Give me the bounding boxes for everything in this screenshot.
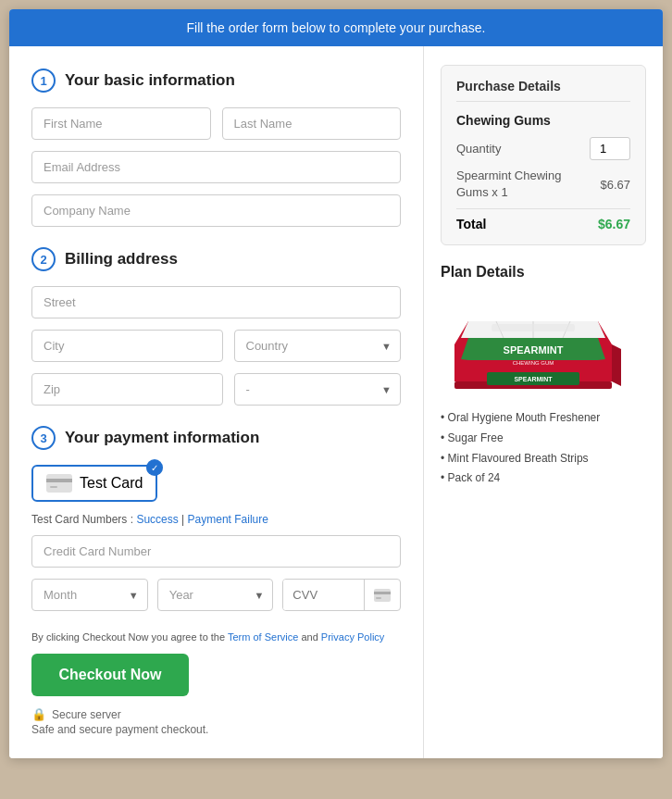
cvv-wrap xyxy=(282,579,401,611)
billing-title: 2 Billing address xyxy=(31,247,401,271)
gum-product-image: SPEARMINT CHEWING GUM SPEARMINT xyxy=(441,293,626,405)
zip-state-row: - ▼ xyxy=(31,373,401,406)
secure-tagline: Safe and secure payment checkout. xyxy=(31,723,401,736)
svg-text:SPEARMINT: SPEARMINT xyxy=(504,344,564,356)
state-select[interactable]: - xyxy=(234,373,402,406)
top-banner: Fill the order form below to complete yo… xyxy=(9,9,663,46)
secure-info: 🔒 Secure server Safe and secure payment … xyxy=(31,707,401,736)
cc-number-input[interactable] xyxy=(31,535,401,568)
last-name-input[interactable] xyxy=(222,107,402,140)
item-price: $6.67 xyxy=(600,178,630,192)
cvv-card-icon xyxy=(364,580,400,610)
cc-row xyxy=(31,535,401,568)
card-option[interactable]: Test Card ✓ xyxy=(31,465,157,502)
email-input[interactable] xyxy=(31,151,401,183)
country-select[interactable]: Country xyxy=(234,330,402,362)
plan-details-title: Plan Details xyxy=(441,264,646,281)
tos-link[interactable]: Term of Service xyxy=(228,631,298,643)
svg-marker-11 xyxy=(612,344,621,386)
plan-details: Plan Details SPEARMINT CHEWING GUM xyxy=(441,264,646,488)
billing-label: Billing address xyxy=(65,250,178,268)
cvv-input[interactable] xyxy=(283,580,364,610)
item-price-row: Spearmint Chewing Gums x 1 $6.67 xyxy=(456,168,630,201)
terms-and: and xyxy=(298,631,320,643)
year-select[interactable]: Year 20242025202620272028 xyxy=(157,579,274,611)
feature-1: Oral Hygiene Mouth Freshener xyxy=(441,408,646,429)
banner-text: Fill the order form below to complete yo… xyxy=(187,20,486,35)
feature-4: Pack of 24 xyxy=(441,468,646,489)
secure-server-row: 🔒 Secure server xyxy=(31,707,401,721)
name-row xyxy=(31,107,401,140)
card-label: Test Card xyxy=(80,475,143,492)
street-row xyxy=(31,286,401,318)
payment-section: 3 Your payment information Test Card ✓ T… xyxy=(31,426,401,611)
svg-text:SPEARMINT: SPEARMINT xyxy=(514,376,553,382)
page-wrapper: Fill the order form below to complete yo… xyxy=(9,9,663,758)
terms-text: By clicking Checkout Now you agree to th… xyxy=(31,631,401,643)
svg-text:CHEWING GUM: CHEWING GUM xyxy=(513,360,554,366)
month-select-wrap: Month 01020304 05060708 09101112 ▼ xyxy=(31,579,148,611)
feature-2: Sugar Free xyxy=(441,429,646,449)
zip-input[interactable] xyxy=(31,373,223,406)
year-select-wrap: Year 20242025202620272028 ▼ xyxy=(157,579,274,611)
payment-label: Your payment information xyxy=(65,429,259,447)
city-country-row: Country ▼ xyxy=(31,330,401,362)
credit-card-icon xyxy=(46,474,72,493)
success-link[interactable]: Success xyxy=(136,513,178,526)
secure-server-label: Secure server xyxy=(52,708,121,721)
quantity-label: Quantity xyxy=(456,142,501,156)
city-input[interactable] xyxy=(31,330,223,362)
item-label: Spearmint Chewing Gums x 1 xyxy=(456,168,567,201)
company-row xyxy=(31,194,401,227)
purchase-details-title: Purchase Details xyxy=(456,79,630,102)
svg-rect-3 xyxy=(374,589,391,602)
first-name-input[interactable] xyxy=(31,107,211,140)
plan-features-list: Oral Hygiene Mouth Freshener Sugar Free … xyxy=(441,408,646,488)
terms-before: By clicking Checkout Now you agree to th… xyxy=(31,631,228,643)
section-num-3: 3 xyxy=(31,426,56,450)
test-card-label: Test Card Numbers : xyxy=(31,513,133,526)
basic-info-label: Your basic information xyxy=(65,71,235,90)
svg-rect-2 xyxy=(50,486,57,488)
basic-info-title: 1 Your basic information xyxy=(31,69,401,93)
svg-rect-0 xyxy=(46,474,72,493)
quantity-input[interactable] xyxy=(590,137,630,160)
checkout-button[interactable]: Checkout Now xyxy=(31,654,189,696)
right-panel: Purchase Details Chewing Gums Quantity S… xyxy=(424,46,663,758)
privacy-link[interactable]: Privacy Policy xyxy=(321,631,384,643)
total-price: $6.67 xyxy=(598,217,630,231)
country-select-wrap: Country ▼ xyxy=(234,330,402,362)
purchase-details-box: Purchase Details Chewing Gums Quantity S… xyxy=(441,65,646,245)
svg-rect-4 xyxy=(374,592,391,594)
feature-3: Mint Flavoured Breath Strips xyxy=(441,449,646,469)
billing-section: 2 Billing address Country ▼ xyxy=(31,247,401,406)
basic-info-section: 1 Your basic information xyxy=(31,69,401,227)
lock-icon: 🔒 xyxy=(31,707,46,721)
total-label: Total xyxy=(456,217,486,231)
section-num-2: 2 xyxy=(31,247,56,271)
svg-rect-18 xyxy=(492,324,575,331)
section-num-1: 1 xyxy=(31,69,56,93)
product-name: Chewing Gums xyxy=(456,113,630,128)
payment-title: 3 Your payment information xyxy=(31,426,401,450)
left-panel: 1 Your basic information 2 Billi xyxy=(9,46,424,758)
svg-rect-1 xyxy=(46,479,72,482)
total-row: Total $6.67 xyxy=(456,208,630,231)
expiry-cvv-row: Month 01020304 05060708 09101112 ▼ Year … xyxy=(31,579,401,611)
email-row xyxy=(31,151,401,183)
svg-rect-5 xyxy=(376,597,381,599)
company-input[interactable] xyxy=(31,194,401,227)
month-select[interactable]: Month 01020304 05060708 09101112 xyxy=(31,579,148,611)
test-card-info: Test Card Numbers : Success | Payment Fa… xyxy=(31,513,401,526)
street-input[interactable] xyxy=(31,286,401,318)
failure-link[interactable]: Payment Failure xyxy=(188,513,268,526)
quantity-row: Quantity xyxy=(456,137,630,160)
main-content: 1 Your basic information 2 Billi xyxy=(9,46,663,758)
card-check-icon: ✓ xyxy=(146,459,163,476)
state-select-wrap: - ▼ xyxy=(234,373,402,406)
